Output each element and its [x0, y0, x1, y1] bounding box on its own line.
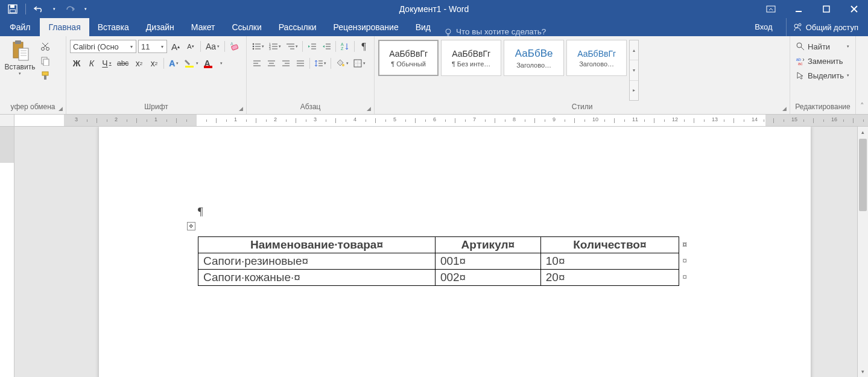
tab-references[interactable]: Ссылки — [223, 18, 270, 36]
tab-mailings[interactable]: Рассылки — [270, 18, 325, 36]
separator — [25, 4, 26, 14]
cut-button[interactable] — [39, 40, 52, 53]
borders-button[interactable] — [352, 57, 367, 70]
multilevel-button[interactable] — [284, 40, 300, 53]
login-link[interactable]: Вход — [747, 18, 779, 36]
document-table[interactable]: Наименование·товара¤ Артикул¤ Количество… — [198, 236, 679, 286]
paste-button[interactable]: Вставить ▾ — [4, 37, 36, 101]
show-marks-button[interactable]: ¶ — [357, 40, 370, 53]
tab-insert[interactable]: Вставка — [89, 18, 138, 36]
dialog-launcher-icon[interactable]: ◢ — [780, 104, 788, 113]
close-icon[interactable] — [840, 0, 868, 18]
undo-dropdown-icon[interactable]: ▾ — [50, 1, 59, 17]
find-button[interactable]: Найти — [794, 40, 852, 53]
italic-button[interactable]: К — [85, 57, 98, 70]
tab-review[interactable]: Рецензирование — [325, 18, 407, 36]
text-effects-button[interactable]: A — [167, 57, 180, 70]
highlight-button[interactable] — [182, 57, 200, 70]
scroll-up-icon[interactable]: ▴ — [858, 127, 868, 138]
bullets-button[interactable] — [250, 40, 266, 53]
page: ¶ ✥ Наименование·товара¤ Артикул¤ Количе… — [99, 127, 811, 377]
font-name-combo[interactable]: Calibri (Осно▾ — [70, 40, 136, 53]
align-left-button[interactable] — [250, 57, 264, 70]
table-move-handle-icon[interactable]: ✥ — [187, 222, 195, 230]
bold-button[interactable]: Ж — [70, 57, 83, 70]
table-cell[interactable]: 002¤ — [435, 270, 540, 286]
shading-button[interactable] — [334, 57, 350, 70]
svg-rect-26 — [204, 66, 212, 68]
clear-formatting-button[interactable]: A — [228, 40, 242, 53]
increase-indent-button[interactable] — [320, 40, 333, 53]
sort-button[interactable]: AZ — [338, 40, 352, 53]
scroll-thumb[interactable] — [859, 139, 867, 211]
tab-layout[interactable]: Макет — [183, 18, 224, 36]
numbering-button[interactable]: 123 — [267, 40, 283, 53]
change-case-button[interactable]: Aa — [204, 40, 221, 53]
save-icon[interactable] — [4, 1, 22, 17]
redo-icon[interactable] — [61, 1, 79, 17]
font-color-button[interactable]: A — [202, 57, 224, 70]
style-no-spacing[interactable]: АаБбВвГг ¶ Без инте… — [441, 40, 501, 76]
line-spacing-button[interactable] — [312, 57, 328, 70]
ribbon-display-icon[interactable] — [757, 0, 785, 18]
subscript-button[interactable]: x2 — [132, 57, 145, 70]
tab-design[interactable]: Дизайн — [138, 18, 183, 36]
styles-scroll[interactable]: ▴▾▸ — [629, 40, 639, 101]
vertical-scrollbar[interactable]: ▴ ▾ — [857, 127, 868, 377]
svg-point-29 — [253, 46, 255, 48]
table-header-row: Наименование·товара¤ Артикул¤ Количество… — [198, 237, 679, 253]
tab-home[interactable]: Главная — [40, 18, 89, 36]
style-normal[interactable]: АаБбВвГг ¶ Обычный — [378, 40, 439, 76]
svg-text:A: A — [230, 42, 233, 46]
svg-point-27 — [253, 43, 255, 45]
table-cell[interactable]: 001¤ — [435, 253, 540, 270]
svg-rect-2 — [10, 10, 16, 13]
tab-file[interactable]: Файл — [0, 18, 40, 36]
align-right-button[interactable] — [279, 57, 293, 70]
indent-icon — [322, 43, 331, 50]
superscript-button[interactable]: x2 — [147, 57, 160, 70]
group-label-styles: Стили — [378, 101, 786, 114]
copy-button[interactable] — [39, 54, 52, 68]
vertical-ruler[interactable] — [0, 127, 14, 377]
format-painter-button[interactable] — [39, 69, 52, 82]
scroll-down-icon[interactable]: ▾ — [858, 366, 868, 377]
table-cell[interactable]: Сапоги·кожаные·¤ — [198, 270, 436, 286]
tab-view[interactable]: Вид — [407, 18, 439, 36]
decrease-indent-button[interactable] — [305, 40, 318, 53]
grow-font-button[interactable]: A▴ — [169, 40, 182, 53]
table-header-cell[interactable]: Наименование·товара¤ — [198, 237, 436, 253]
svg-rect-12 — [15, 40, 21, 44]
table-cell[interactable]: Сапоги·резиновые¤ — [198, 253, 436, 270]
align-center-button[interactable] — [265, 57, 278, 70]
strike-button[interactable]: abc — [115, 57, 130, 70]
collapse-ribbon-icon[interactable]: ˄ — [856, 36, 868, 114]
dialog-launcher-icon[interactable]: ◢ — [236, 104, 245, 113]
table-cell[interactable]: 10¤¤ — [540, 253, 679, 270]
font-size-combo[interactable]: 11▾ — [138, 40, 167, 53]
table-header-cell[interactable]: Количество¤¤ — [540, 237, 679, 253]
document-canvas[interactable]: ¶ ✥ Наименование·товара¤ Артикул¤ Количе… — [14, 127, 857, 377]
justify-button[interactable] — [294, 57, 307, 70]
select-button[interactable]: Выделить — [794, 69, 852, 82]
minimize-icon[interactable] — [785, 0, 813, 18]
table-header-cell[interactable]: Артикул¤ — [435, 237, 540, 253]
svg-line-70 — [801, 47, 804, 50]
dialog-launcher-icon[interactable]: ◢ — [364, 104, 373, 113]
table-cell[interactable]: 20¤¤ — [540, 270, 679, 286]
style-heading2[interactable]: АаБбВвГг Заголово… — [566, 40, 627, 76]
dialog-launcher-icon[interactable]: ◢ — [56, 104, 65, 113]
replace-button[interactable]: abac Заменить — [794, 54, 852, 68]
undo-icon[interactable] — [30, 1, 48, 17]
qat-customize-icon[interactable]: ▾ — [81, 1, 90, 17]
svg-rect-5 — [823, 6, 829, 12]
maximize-icon[interactable] — [813, 0, 840, 18]
share-button[interactable]: Общий доступ — [786, 18, 864, 36]
shrink-font-button[interactable]: A▾ — [184, 40, 197, 53]
ribbon-tabs: Файл Главная Вставка Дизайн Макет Ссылки… — [0, 18, 868, 36]
copy-icon — [40, 56, 50, 66]
tell-me-search[interactable]: Что вы хотите сделать? — [439, 27, 551, 36]
horizontal-ruler[interactable]: 3211234567891011121314151617 — [0, 115, 868, 127]
style-heading1[interactable]: АаБбВе Заголово… — [504, 40, 564, 76]
underline-button[interactable]: Ч — [100, 57, 113, 70]
